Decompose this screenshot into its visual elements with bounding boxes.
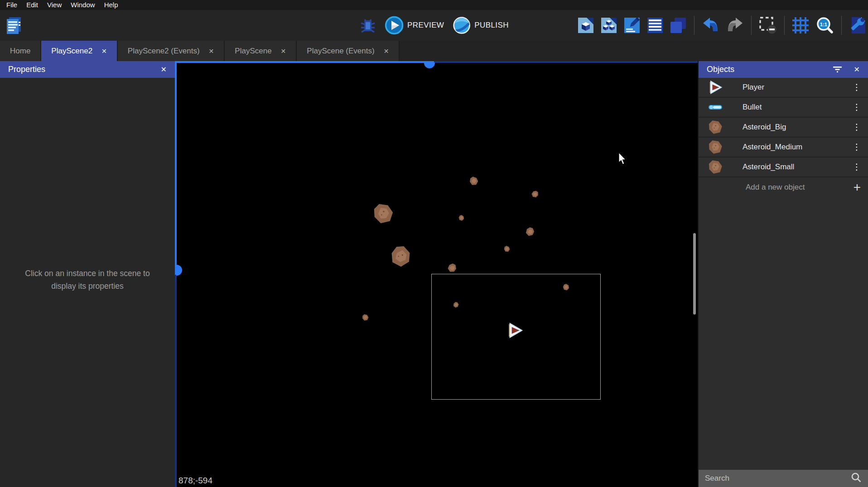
scene-options-button[interactable] — [849, 16, 866, 34]
clear-selection-button[interactable] — [759, 16, 777, 34]
scene-asteroid[interactable] — [524, 225, 536, 238]
menu-help[interactable]: Help — [100, 0, 123, 10]
tab-close-icon[interactable]: ✕ — [101, 48, 107, 55]
object-name: Asteroid_Big — [743, 123, 851, 132]
redo-button[interactable] — [726, 17, 744, 34]
object-name: Asteroid_Small — [743, 162, 851, 172]
object-menu-icon[interactable]: ⋮ — [851, 164, 863, 170]
tab-bar: HomePlayScene2✕PlayScene2 (Events)✕PlayS… — [0, 41, 868, 61]
tab-playscene[interactable]: PlayScene✕ — [225, 41, 297, 61]
wrench-icon — [849, 16, 866, 34]
scene-vscrollbar[interactable] — [175, 61, 177, 275]
plus-icon: + — [854, 181, 861, 194]
debug-bug-icon — [359, 16, 376, 34]
preview-label[interactable]: PREVIEW — [407, 21, 444, 30]
project-manager-button[interactable] — [5, 16, 23, 35]
object-menu-icon[interactable]: ⋮ — [851, 144, 863, 150]
tab-home[interactable]: Home — [0, 41, 41, 61]
scene-asteroid[interactable] — [531, 190, 540, 199]
tab-playscene2[interactable]: PlayScene2✕ — [41, 41, 117, 61]
tab-label: PlayScene (Events) — [307, 47, 374, 56]
object-row-asteroid-small[interactable]: Asteroid_Small⋮ — [699, 158, 868, 177]
tab-label: PlayScene — [235, 47, 271, 56]
tab-label: Home — [10, 47, 30, 56]
object-row-bullet[interactable]: Bullet⋮ — [699, 98, 868, 118]
tab-playscene-events[interactable]: PlayScene (Events)✕ — [297, 41, 400, 61]
menu-window[interactable]: Window — [66, 0, 99, 10]
object-menu-icon[interactable]: ⋮ — [851, 84, 863, 91]
tab-playscene2-events[interactable]: PlayScene2 (Events)✕ — [118, 41, 225, 61]
undo-icon — [702, 17, 720, 34]
publish-button[interactable] — [452, 16, 471, 35]
object-name: Asteroid_Medium — [743, 143, 851, 152]
instances-list-icon — [646, 17, 664, 34]
toolbar-separator — [751, 16, 752, 35]
properties-panel-title: Properties — [8, 65, 149, 74]
object-row-asteroid-big[interactable]: Asteroid_Big⋮ — [699, 118, 868, 138]
filter-icon[interactable] — [833, 66, 842, 73]
scene-hscrollbar-track[interactable] — [434, 61, 698, 63]
project-manager-icon — [5, 16, 23, 35]
object-row-asteroid-medium[interactable]: Asteroid_Medium⋮ — [699, 138, 868, 158]
layers-icon — [670, 17, 687, 34]
svg-text:1:1: 1:1 — [820, 22, 827, 27]
edit-pencil-icon — [623, 17, 641, 34]
scene-asteroid[interactable] — [457, 214, 465, 222]
grid-icon — [792, 17, 809, 34]
deselect-icon — [759, 16, 777, 34]
scene-hscrollbar-thumb[interactable] — [424, 62, 435, 68]
toggle-grid-button[interactable] — [792, 17, 809, 34]
publish-label[interactable]: PUBLISH — [474, 21, 509, 30]
menu-edit[interactable]: Edit — [22, 0, 43, 10]
close-icon[interactable]: ✕ — [161, 65, 167, 74]
scene-player-ship[interactable] — [506, 323, 524, 338]
open-instances-list-button[interactable] — [646, 17, 664, 34]
scene-vscrollbar-thumb[interactable] — [176, 265, 182, 276]
open-layers-editor-button[interactable] — [670, 17, 687, 34]
zoom-original-button[interactable]: 1:1 — [815, 16, 834, 35]
tab-close-icon[interactable]: ✕ — [209, 48, 214, 55]
scene-asteroid[interactable] — [446, 262, 458, 274]
scene-asteroid[interactable] — [373, 203, 394, 224]
objects-panel-header: Objects ✕ — [699, 61, 868, 78]
add-object-button[interactable]: Add a new object + — [699, 177, 868, 197]
menu-view[interactable]: View — [43, 0, 66, 10]
objects-search-input[interactable] — [705, 474, 851, 483]
object-row-player[interactable]: Player⋮ — [699, 78, 868, 98]
scene-asteroid[interactable] — [362, 314, 369, 321]
object-menu-icon[interactable]: ⋮ — [851, 124, 863, 130]
open-properties-editor-button[interactable] — [623, 17, 641, 34]
object-name: Player — [743, 83, 851, 92]
player-icon — [708, 80, 723, 95]
scene-asteroid[interactable] — [468, 176, 479, 186]
redo-icon — [726, 17, 744, 34]
preview-button[interactable] — [385, 16, 404, 35]
scene-canvas[interactable]: 878;-594 — [175, 61, 698, 487]
toolbar-separator — [784, 16, 785, 35]
scene-asteroid[interactable] — [503, 245, 511, 253]
mouse-cursor — [618, 153, 628, 166]
object-groups-icon — [600, 17, 617, 34]
undo-button[interactable] — [702, 17, 720, 34]
asteroid-icon — [708, 159, 723, 175]
open-object-groups-button[interactable] — [600, 17, 617, 34]
scene-vscrollbar-track[interactable] — [175, 275, 177, 487]
tab-close-icon[interactable]: ✕ — [384, 48, 389, 55]
object-menu-icon[interactable]: ⋮ — [851, 104, 863, 110]
objects-search-bar — [699, 470, 868, 487]
menu-file[interactable]: File — [2, 0, 22, 10]
preview-play-icon — [385, 16, 404, 35]
close-icon[interactable]: ✕ — [854, 65, 860, 74]
object-name: Bullet — [743, 103, 851, 112]
asteroid-icon — [708, 119, 723, 135]
asteroid-icon — [708, 139, 723, 155]
toolbar-separator — [694, 16, 694, 35]
scene-asteroid[interactable] — [386, 241, 415, 271]
debug-button[interactable] — [359, 16, 376, 34]
scene-right-scrollbar-thumb[interactable] — [693, 233, 696, 315]
properties-empty-message: Click on an instance in the scene to dis… — [0, 267, 175, 292]
bullet-icon — [708, 100, 723, 115]
scene-hscrollbar[interactable] — [175, 61, 434, 63]
tab-close-icon[interactable]: ✕ — [281, 48, 286, 55]
open-objects-editor-button[interactable] — [577, 17, 594, 34]
